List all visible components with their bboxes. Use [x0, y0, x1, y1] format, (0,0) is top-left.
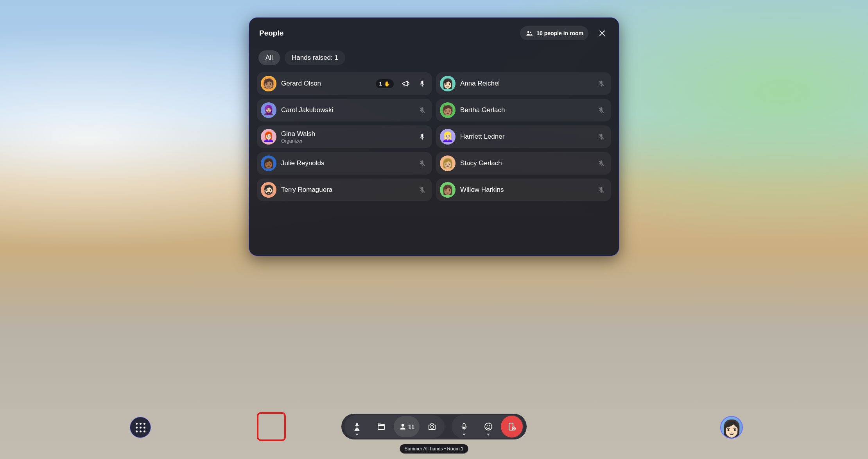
- room-tooltip: Summer All-hands • Room 1: [400, 444, 468, 454]
- apps-menu-button[interactable]: [130, 417, 151, 438]
- travel-icon: [352, 422, 362, 431]
- person-name: Terry Romaguera: [281, 186, 413, 194]
- self-avatar[interactable]: 👩🏻: [720, 416, 743, 439]
- bottom-toolbar: 11: [341, 414, 527, 439]
- avatar: 👩🏻‍🦰: [261, 129, 276, 145]
- avatar: 👩🏻: [440, 76, 456, 91]
- svg-rect-22: [601, 165, 602, 166]
- microphone-icon: [460, 422, 468, 431]
- avatar: 👩🏼: [440, 155, 456, 171]
- room-count-label: 10 people in room: [536, 30, 583, 36]
- svg-rect-34: [463, 423, 465, 428]
- close-icon: [598, 29, 606, 37]
- svg-rect-3: [422, 86, 423, 87]
- chevron-down-icon: [355, 434, 359, 436]
- svg-point-30: [356, 423, 358, 425]
- panel-header: People 10 people in room: [257, 26, 611, 42]
- apps-grid-icon: [136, 423, 145, 432]
- chevron-down-icon: [463, 434, 466, 436]
- avatar: 👱🏻‍♀️: [440, 129, 456, 145]
- svg-rect-11: [601, 112, 602, 113]
- mic-muted-icon[interactable]: [597, 159, 606, 168]
- camera-icon: [427, 422, 437, 431]
- hand-count: 1: [379, 81, 382, 87]
- svg-point-36: [487, 426, 488, 426]
- svg-point-32: [402, 424, 404, 427]
- svg-point-1: [530, 32, 531, 33]
- person-row[interactable]: 👩🏾 Julie Reynolds: [257, 152, 432, 175]
- avatar: 🧑🏽: [261, 76, 276, 91]
- filter-chips: All Hands raised: 1: [258, 50, 611, 65]
- people-grid: 🧑🏽 Gerard Olson 1 ✋ 👩🏻 Anna Reich: [257, 72, 611, 201]
- panel-title: People: [259, 29, 283, 38]
- hand-raised-pill: 1 ✋: [376, 79, 394, 88]
- svg-rect-8: [422, 112, 423, 113]
- svg-rect-28: [601, 192, 602, 193]
- svg-rect-14: [422, 139, 423, 140]
- people-count: 11: [408, 423, 414, 430]
- room-count-pill[interactable]: 10 people in room: [520, 26, 588, 40]
- person-row[interactable]: 👩🏼 Stacy Gerlach: [436, 152, 611, 175]
- people-button[interactable]: 11: [394, 416, 420, 437]
- person-row[interactable]: 🧕🏼 Carol Jakubowski: [257, 99, 432, 121]
- close-button[interactable]: [595, 27, 609, 40]
- toolbar-group-right: [452, 415, 524, 438]
- avatar: 👩🏾: [261, 155, 276, 171]
- hand-icon: ✋: [384, 81, 390, 87]
- mic-muted-icon[interactable]: [597, 132, 606, 141]
- person-name: Harriett Ledner: [460, 133, 592, 141]
- mic-on-icon[interactable]: [418, 132, 427, 141]
- clapperboard-icon: [377, 422, 386, 431]
- svg-rect-13: [421, 134, 423, 138]
- person-row[interactable]: 👩🏽 Willow Harkins: [436, 179, 611, 201]
- chip-all[interactable]: All: [258, 50, 280, 65]
- person-name-block: Gerard Olson: [281, 80, 371, 88]
- person-row[interactable]: 🧑🏽 Gerard Olson 1 ✋: [257, 72, 432, 95]
- person-name: Willow Harkins: [460, 186, 592, 194]
- mic-muted-icon[interactable]: [418, 186, 427, 194]
- person-name: Gerard Olson: [281, 80, 371, 88]
- camera-button[interactable]: [420, 416, 444, 437]
- toolbar-group-left: 11: [344, 415, 445, 438]
- svg-point-0: [527, 31, 529, 33]
- person-name: Stacy Gerlach: [460, 159, 592, 167]
- person-row[interactable]: 👩🏻‍🦰 Gina Walsh Organizer: [257, 125, 432, 148]
- people-panel: People 10 people in room All Hands raise…: [249, 17, 619, 256]
- megaphone-icon[interactable]: [402, 79, 410, 88]
- person-icon: [399, 423, 407, 430]
- person-name: Anna Reichel: [460, 80, 592, 88]
- person-subtitle: Organizer: [281, 138, 413, 144]
- person-name: Julie Reynolds: [281, 159, 413, 167]
- mic-muted-icon[interactable]: [597, 186, 606, 194]
- smiley-icon: [484, 422, 493, 431]
- mic-muted-icon[interactable]: [418, 106, 427, 114]
- leave-button[interactable]: [501, 416, 523, 438]
- person-name: Gina Walsh: [281, 130, 413, 138]
- person-row[interactable]: 🧑🏽 Bertha Gerlach: [436, 99, 611, 121]
- microphone-button[interactable]: [452, 416, 476, 437]
- svg-rect-25: [422, 192, 423, 193]
- person-row[interactable]: 🧔🏻 Terry Romaguera: [257, 179, 432, 201]
- mic-muted-icon[interactable]: [597, 106, 606, 114]
- person-name: Carol Jakubowski: [281, 106, 413, 114]
- mic-on-icon[interactable]: [418, 79, 427, 88]
- svg-point-35: [485, 423, 492, 430]
- avatar: 🧕🏼: [261, 102, 276, 118]
- clapperboard-button[interactable]: [369, 416, 393, 437]
- avatar: 👩🏽: [440, 182, 456, 198]
- reactions-button[interactable]: [477, 416, 500, 437]
- svg-point-31: [355, 430, 359, 430]
- person-row[interactable]: 👩🏻 Anna Reichel: [436, 72, 611, 95]
- mic-muted-icon[interactable]: [597, 79, 606, 88]
- mic-muted-icon[interactable]: [418, 159, 427, 168]
- panel-header-right: 10 people in room: [520, 26, 609, 40]
- person-name: Bertha Gerlach: [460, 106, 592, 114]
- annotation-highlight: [257, 412, 286, 441]
- travel-button[interactable]: [345, 416, 369, 437]
- person-row[interactable]: 👱🏻‍♀️ Harriett Ledner: [436, 125, 611, 148]
- leave-icon: [507, 422, 516, 431]
- chip-hands-raised[interactable]: Hands raised: 1: [285, 50, 345, 65]
- svg-rect-19: [422, 165, 423, 166]
- avatar: 🧔🏻: [261, 182, 276, 198]
- person-name-block: Anna Reichel: [460, 80, 592, 88]
